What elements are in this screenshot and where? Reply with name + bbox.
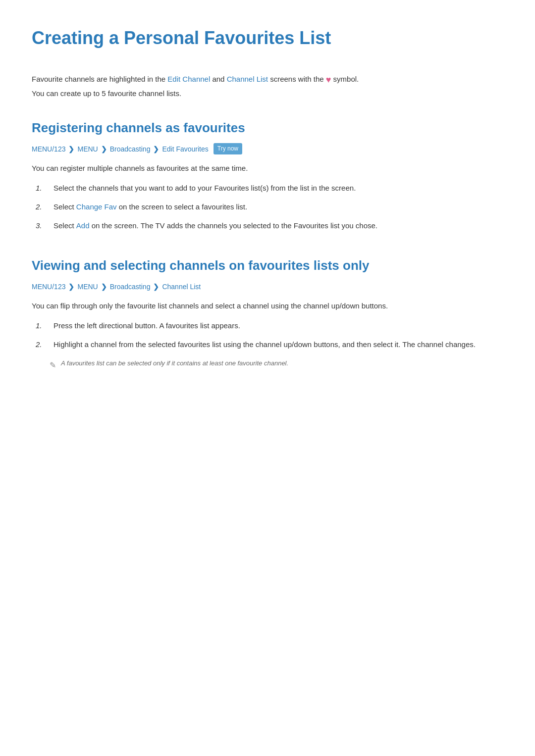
page-title: Creating a Personal Favourites List — [32, 24, 503, 56]
section2-breadcrumb: MENU/123 ❯ MENU ❯ Broadcasting ❯ Channel… — [32, 281, 503, 292]
breadcrumb-menu: MENU — [77, 144, 98, 154]
section1-breadcrumb: MENU/123 ❯ MENU ❯ Broadcasting ❯ Edit Fa… — [32, 143, 503, 154]
section2-step1-content: Press the left directional button. A fav… — [54, 320, 503, 332]
breadcrumb-sep2: ❯ — [101, 144, 107, 154]
step1-content: Select the channels that you want to add… — [54, 182, 503, 194]
try-now-badge[interactable]: Try now — [214, 143, 242, 154]
intro-text5: You can create up to 5 favourite channel… — [32, 89, 181, 98]
step1-number: 1. — [36, 182, 46, 194]
step3-text1: Select — [54, 221, 76, 230]
section2-title: Viewing and selecting channels on favour… — [32, 255, 503, 276]
step1: 1. Select the channels that you want to … — [36, 182, 503, 194]
intro-text2: and — [210, 75, 226, 83]
note-block: ✎ A favourites list can be selected only… — [50, 358, 503, 372]
section2-breadcrumb-sep3: ❯ — [153, 281, 159, 292]
section2-step2-content: Highlight a channel from the selected fa… — [54, 339, 503, 351]
breadcrumb-broadcasting: Broadcasting — [110, 144, 151, 154]
breadcrumb-sep3: ❯ — [153, 144, 159, 154]
section1-intro: You can register multiple channels as fa… — [32, 162, 503, 174]
channel-list-link[interactable]: Channel List — [227, 75, 268, 83]
section2-breadcrumb-broadcasting: Broadcasting — [110, 281, 151, 292]
section2-step2-number: 2. — [36, 339, 46, 351]
section1-steps: 1. Select the channels that you want to … — [36, 182, 503, 232]
step2-text1: Select — [54, 202, 76, 211]
change-fav-link[interactable]: Change Fav — [76, 202, 117, 211]
section2-breadcrumb-channel-list: Channel List — [162, 281, 201, 292]
heart-icon: ♥ — [326, 75, 331, 85]
add-link[interactable]: Add — [76, 221, 90, 230]
section-register-favourites: Registering channels as favourites MENU/… — [32, 118, 503, 232]
step3-content: Select Add on the screen. The TV adds th… — [54, 220, 503, 232]
section2-step1: 1. Press the left directional button. A … — [36, 320, 503, 332]
intro-text4: symbol. — [331, 75, 359, 83]
section2-step2: 2. Highlight a channel from the selected… — [36, 339, 503, 351]
note-icon: ✎ — [50, 359, 56, 372]
section2-breadcrumb-menu123: MENU/123 — [32, 281, 65, 292]
intro-text1: Favourite channels are highlighted in th… — [32, 75, 167, 83]
step3: 3. Select Add on the screen. The TV adds… — [36, 220, 503, 232]
note-text: A favourites list can be selected only i… — [61, 358, 288, 369]
section2-breadcrumb-sep1: ❯ — [68, 281, 74, 292]
section1-title: Registering channels as favourites — [32, 118, 503, 139]
step2-text2: on the screen to select a favourites lis… — [117, 202, 247, 211]
section2-intro: You can flip through only the favourite … — [32, 300, 503, 312]
breadcrumb-sep1: ❯ — [68, 144, 74, 154]
step2: 2. Select Change Fav on the screen to se… — [36, 201, 503, 213]
step3-text2: on the screen. The TV adds the channels … — [90, 221, 377, 230]
section2-steps: 1. Press the left directional button. A … — [36, 320, 503, 351]
step2-number: 2. — [36, 201, 46, 213]
step2-content: Select Change Fav on the screen to selec… — [54, 201, 503, 213]
section2-step1-number: 1. — [36, 320, 46, 332]
intro-text3: screens with the — [268, 75, 324, 83]
breadcrumb-edit-favourites: Edit Favourites — [162, 144, 208, 154]
breadcrumb-menu123: MENU/123 — [32, 144, 65, 154]
edit-channel-link[interactable]: Edit Channel — [167, 75, 210, 83]
section2-breadcrumb-menu: MENU — [77, 281, 98, 292]
step3-number: 3. — [36, 220, 46, 232]
intro-paragraph: Favourite channels are highlighted in th… — [32, 72, 503, 100]
section2-breadcrumb-sep2: ❯ — [101, 281, 107, 292]
section-view-select: Viewing and selecting channels on favour… — [32, 255, 503, 372]
